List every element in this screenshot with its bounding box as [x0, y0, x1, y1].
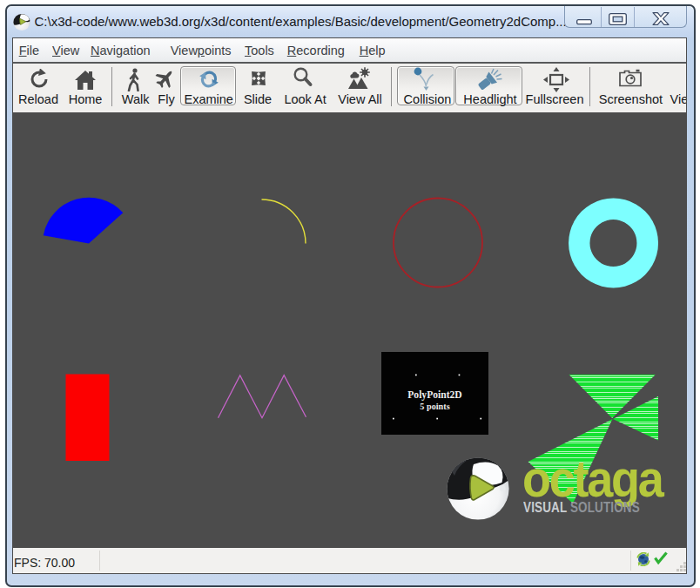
svg-text:5 points: 5 points [420, 402, 449, 411]
svg-text:PolyPoint2D: PolyPoint2D [407, 389, 461, 401]
